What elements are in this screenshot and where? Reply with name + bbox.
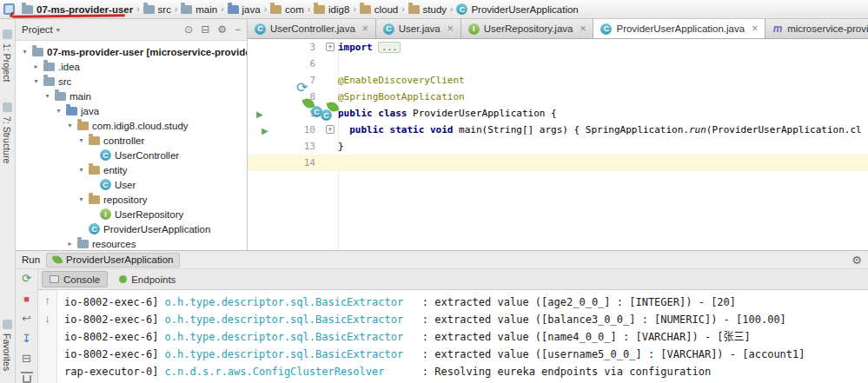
dropdown-icon[interactable]: ▾ xyxy=(56,26,60,34)
expand-arrow-icon[interactable]: ▾ xyxy=(55,107,63,115)
log-logger: o.h.type.descriptor.sql.BasicExtractor xyxy=(165,311,422,328)
line-number: 13 xyxy=(248,138,324,155)
collapse-arrow-icon[interactable]: ▸ xyxy=(32,63,40,70)
line-number: 6 xyxy=(248,56,324,72)
run-main-icon[interactable]: ▶ xyxy=(262,122,268,139)
rerun-icon[interactable]: ⟳ xyxy=(22,273,31,285)
favorites-tool-icon[interactable] xyxy=(3,320,12,329)
tab-user[interactable]: CUser.java× xyxy=(376,19,461,38)
breadcrumb-item-study[interactable]: study xyxy=(406,0,450,18)
tree-item-root[interactable]: ▾07-ms-provider-user [microservice-provi… xyxy=(16,44,247,59)
close-icon[interactable]: × xyxy=(752,23,758,35)
tab-microservice-provider-user[interactable]: mmicroservice-provider-user× xyxy=(765,19,868,38)
collapse-all-icon[interactable]: ⊟ xyxy=(22,353,31,365)
package-icon xyxy=(314,5,325,14)
close-icon[interactable]: × xyxy=(447,23,454,35)
project-view-selector[interactable]: Project xyxy=(22,24,53,35)
tree-item-src[interactable]: ▾src xyxy=(16,74,247,89)
class-icon: C xyxy=(456,3,467,15)
breadcrumb-item-com[interactable]: com xyxy=(268,0,307,18)
package-icon xyxy=(77,122,89,130)
console-output[interactable]: io-8002-exec-6] o.h.type.descriptor.sql.… xyxy=(57,290,868,383)
tree-item-repository[interactable]: ▾repository xyxy=(16,192,247,207)
hide-panel-icon[interactable]: − xyxy=(235,23,241,36)
breadcrumb-item-main[interactable]: main xyxy=(178,0,220,18)
tab-usercontroller[interactable]: CUserController.java× xyxy=(248,19,376,38)
clear-console-icon[interactable] xyxy=(23,375,31,383)
chevron-icon: › xyxy=(450,4,453,14)
tree-item-resources[interactable]: ▸resources xyxy=(16,236,247,250)
tree-item-controller[interactable]: ▾controller xyxy=(16,133,247,148)
expand-arrow-icon[interactable]: ▾ xyxy=(21,48,29,56)
expand-arrow-icon[interactable]: ▾ xyxy=(66,122,74,129)
scroll-to-end-icon[interactable]: ↧ xyxy=(22,333,31,345)
breadcrumb-item-src[interactable]: src xyxy=(141,0,174,18)
code-line: 7 @EnableDiscoveryClient xyxy=(248,72,868,89)
tool-button-project[interactable]: 1: Project xyxy=(2,43,12,82)
prev-occurrence-icon[interactable]: ↑ xyxy=(44,294,50,307)
fold-icon[interactable]: + xyxy=(326,125,335,134)
spring-boot-icon xyxy=(52,254,63,266)
tab-endpoints[interactable]: Endpoints xyxy=(111,271,183,287)
next-occurrence-icon[interactable]: ↓ xyxy=(44,313,50,325)
breadcrumb-item-class[interactable]: CProviderUserApplication xyxy=(454,0,580,18)
console-line: rap-executor-0] c.n.d.s.r.aws.ConfigClus… xyxy=(64,363,868,380)
tab-userrepository[interactable]: IUserRepository.java× xyxy=(461,19,594,38)
collapse-arrow-icon[interactable]: ▸ xyxy=(66,240,74,248)
fold-icon[interactable]: + xyxy=(326,43,335,51)
log-thread: rap-executor-0] xyxy=(64,366,158,378)
tab-providernuserapplication[interactable]: CProviderUserApplication.java× xyxy=(593,19,765,38)
breadcrumb: 07-ms-provider-user › src › main › java … xyxy=(0,0,868,19)
expand-arrow-icon[interactable]: ▾ xyxy=(32,77,40,85)
expand-arrow-icon[interactable]: ▾ xyxy=(43,92,51,100)
folder-icon xyxy=(181,5,192,14)
breadcrumb-item-cloud[interactable]: cloud xyxy=(357,0,401,18)
tree-item-entity[interactable]: ▾entity xyxy=(16,162,247,177)
tree-item-package[interactable]: ▾com.idig8.cloud.study xyxy=(16,118,247,133)
log-thread: io-8002-exec-6] xyxy=(64,296,158,308)
console-line: io-8002-exec-6] o.h.type.descriptor.sql.… xyxy=(64,311,868,328)
tree-item-main[interactable]: ▾main xyxy=(16,89,247,103)
locate-icon[interactable]: ⊙ xyxy=(184,23,193,36)
tree-item-user[interactable]: CUser xyxy=(16,177,247,192)
folder-icon xyxy=(22,5,33,14)
close-icon[interactable]: × xyxy=(580,23,586,35)
structure-tool-icon[interactable] xyxy=(3,102,12,112)
soft-wrap-icon[interactable]: ↩ xyxy=(22,313,31,325)
run-class-icon[interactable]: ▶ xyxy=(256,106,263,122)
project-tree: ▾07-ms-provider-user [microservice-provi… xyxy=(16,41,247,250)
module-folder-icon xyxy=(32,48,43,56)
folder-icon xyxy=(143,5,155,14)
breadcrumb-item-idig8[interactable]: idig8 xyxy=(311,0,352,18)
interface-icon: I xyxy=(468,23,480,35)
run-configuration-tab[interactable]: ProviderUserApplication xyxy=(46,253,180,267)
tree-item-java[interactable]: ▾java xyxy=(16,103,247,118)
settings-icon[interactable]: ⚙ xyxy=(851,254,862,267)
expand-arrow-icon[interactable]: ▾ xyxy=(77,136,85,144)
folder-icon xyxy=(43,63,55,71)
project-tool-icon[interactable] xyxy=(3,30,12,39)
tree-item-application[interactable]: CProviderUserApplication xyxy=(16,221,247,236)
breadcrumb-item-java[interactable]: java xyxy=(225,0,263,18)
tree-item-usercontroller[interactable]: CUserController xyxy=(16,148,247,162)
log-message: : Resolving eureka endpoints via configu… xyxy=(422,366,711,378)
folded-region[interactable]: ... xyxy=(378,42,401,53)
code-line: 8 @SpringBootApplication xyxy=(248,89,868,105)
tab-console[interactable]: Console xyxy=(42,271,108,287)
expand-arrow-icon[interactable]: ▾ xyxy=(77,166,85,174)
code-editor[interactable]: 3 + import ... 6 7 @EnableDiscoveryClien… xyxy=(248,39,868,250)
close-icon[interactable]: × xyxy=(362,23,368,35)
expand-arrow-icon[interactable]: ▾ xyxy=(77,195,85,203)
run-tool-window: Run ProviderUserApplication ⚙ ⟳ ■ ↩ ↧ ⊟ … xyxy=(16,250,868,383)
tree-item-userrepository[interactable]: IUserRepository xyxy=(16,207,247,221)
run-toolbar: ⟳ ■ ↩ ↧ ⊟ xyxy=(16,269,38,383)
stop-icon[interactable]: ■ xyxy=(23,293,30,305)
tool-button-favorites[interactable]: Favorites xyxy=(2,333,12,371)
tree-item-idea[interactable]: ▸.idea xyxy=(16,59,247,74)
log-message: : extracted value ([name4_0_0_] : [VARCH… xyxy=(422,331,751,343)
tool-button-structure[interactable]: 7: Structure xyxy=(2,116,12,163)
settings-icon[interactable]: ⚙ xyxy=(217,23,227,36)
collapse-all-icon[interactable]: ⊟ xyxy=(201,23,209,36)
package-icon xyxy=(89,136,100,145)
run-panel-header: Run ProviderUserApplication ⚙ xyxy=(16,251,868,269)
